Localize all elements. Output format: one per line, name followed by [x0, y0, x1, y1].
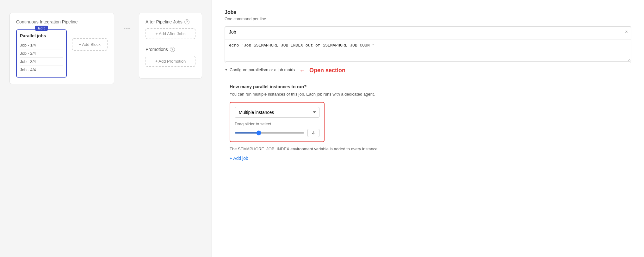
add-job-link[interactable]: + Add job — [230, 156, 248, 161]
parallel-jobs-block: Edit Parallel jobs Job - 1/4 Job - 2/4 J… — [16, 29, 67, 78]
env-var-note: The SEMAPHORE_JOB_INDEX environment vari… — [230, 147, 626, 151]
job-item: Job - 1/4 — [20, 41, 63, 49]
open-section-label: Open section — [309, 67, 345, 74]
job-item: Job - 2/4 — [20, 49, 63, 57]
slider-row: 4 — [235, 129, 319, 137]
job-editor: × echo "Job $SEMAPHORE_JOB_INDEX out of … — [225, 26, 631, 63]
jobs-subtitle: One command per line. — [225, 16, 631, 21]
right-panel: Jobs One command per line. × echo "Job $… — [212, 0, 644, 257]
promotions-title: Promotions — [146, 47, 168, 52]
instances-select[interactable]: Multiple instances Single instance Job m… — [235, 107, 319, 118]
configure-label: Configure parallelism or a job matrix — [230, 67, 295, 72]
job-item: Job - 4/4 — [20, 66, 63, 74]
parallel-instances-slider[interactable] — [235, 132, 304, 134]
pipeline-connector: - - - — [124, 25, 129, 32]
promotions-section: Promotions ? + Add Promotion — [146, 47, 195, 72]
add-block-button[interactable]: + Add Block — [72, 38, 108, 51]
parallel-desc: You can run multiple instances of this j… — [230, 91, 626, 97]
after-pipeline-help-icon[interactable]: ? — [184, 19, 189, 24]
add-promotion-button[interactable]: + Add Promotion — [146, 56, 195, 67]
jobs-title: Jobs — [225, 9, 631, 15]
add-after-jobs-button[interactable]: + Add After Jobs — [146, 28, 195, 39]
pipeline-section: Continuous Integration Pipeline Edit Par… — [9, 13, 114, 84]
promotions-header: Promotions ? — [146, 47, 195, 52]
promotions-help-icon[interactable]: ? — [170, 47, 175, 52]
job-name-container: × — [225, 27, 631, 37]
after-pipeline-header: After Pipeline Jobs ? — [146, 19, 195, 24]
parallel-highlighted-box: Multiple instances Single instance Job m… — [230, 102, 325, 142]
configure-section: ▼ Configure parallelism or a job matrix … — [225, 67, 631, 166]
edit-badge[interactable]: Edit — [35, 26, 48, 31]
slider-value: 4 — [307, 129, 319, 137]
parallel-question: How many parallel instances to run? — [230, 84, 626, 89]
job-item: Job - 3/4 — [20, 57, 63, 66]
parallel-section: How many parallel instances to run? You … — [225, 79, 631, 166]
job-code-textarea[interactable]: echo "Job $SEMAPHORE_JOB_INDEX out of $S… — [225, 40, 631, 62]
toggle-arrow: ▼ — [225, 68, 228, 72]
block-title: Parallel jobs — [20, 33, 63, 38]
red-arrow-icon: ← — [299, 67, 306, 74]
after-pipeline-section: After Pipeline Jobs ? + Add After Jobs P… — [139, 13, 202, 78]
pipeline-title: Continuous Integration Pipeline — [16, 19, 108, 24]
configure-toggle[interactable]: ▼ Configure parallelism or a job matrix — [225, 67, 295, 72]
close-job-button[interactable]: × — [625, 29, 628, 35]
drag-label: Drag slider to select — [235, 122, 319, 126]
job-name-input[interactable] — [225, 27, 631, 37]
after-pipeline-title: After Pipeline Jobs — [146, 19, 183, 24]
configure-toggle-row: ▼ Configure parallelism or a job matrix … — [225, 67, 631, 74]
